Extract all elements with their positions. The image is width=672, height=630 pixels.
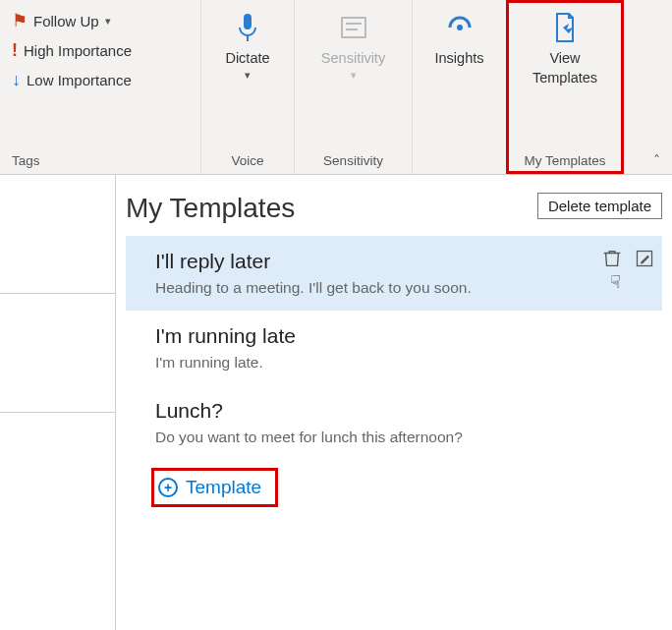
template-item[interactable]: I'll reply later Heading to a meeting. I… <box>126 236 662 311</box>
divider <box>0 412 115 413</box>
ribbon-group-tags: ⚑ Follow Up ▾ ! High Importance ↓ Low Im… <box>0 0 201 174</box>
ribbon-group-voice: Dictate ▾ Voice <box>201 0 295 174</box>
trash-icon <box>601 248 623 269</box>
add-template-label: Template <box>186 477 261 498</box>
template-item[interactable]: I'm running late I'm running late. <box>126 311 662 385</box>
template-item-body: Heading to a meeting. I'll get back to y… <box>155 279 643 297</box>
edit-item-button[interactable] <box>635 249 654 272</box>
ribbon-group-sensitivity: Sensitivity ▾ Sensitivity <box>295 0 413 174</box>
low-importance-icon: ↓ <box>12 70 21 90</box>
template-item-title: I'll reply later <box>155 250 643 273</box>
ribbon: ⚑ Follow Up ▾ ! High Importance ↓ Low Im… <box>0 0 672 175</box>
chevron-down-icon: ▾ <box>245 69 251 83</box>
insights-icon <box>444 12 476 43</box>
collapse-ribbon-button[interactable]: ˄ <box>646 150 666 170</box>
low-importance-label: Low Importance <box>27 72 132 88</box>
svg-rect-0 <box>244 14 252 29</box>
group-label-voice: Voice <box>201 148 294 174</box>
chevron-down-icon: ▾ <box>105 15 111 28</box>
insights-button[interactable]: Insights <box>413 6 506 67</box>
svg-rect-2 <box>342 18 365 37</box>
cursor-icon: ☟ <box>610 271 621 293</box>
chevron-up-icon: ˄ <box>653 152 660 168</box>
view-templates-button[interactable]: View Templates <box>506 6 624 86</box>
sensitivity-label: Sensitivity <box>321 49 385 67</box>
templates-pane: My Templates Delete template I'll reply … <box>116 175 672 630</box>
template-item-body: Do you want to meet for lunch this after… <box>155 429 643 446</box>
body-area: My Templates Delete template I'll reply … <box>0 175 672 630</box>
high-importance-label: High Importance <box>24 42 132 59</box>
template-item-title: I'm running late <box>155 324 643 348</box>
edit-icon <box>635 249 654 268</box>
plus-icon: + <box>158 478 178 497</box>
follow-up-label: Follow Up <box>33 13 99 29</box>
group-label-tags: Tags <box>12 148 200 174</box>
high-importance-icon: ! <box>12 40 18 61</box>
insights-label: Insights <box>435 49 484 67</box>
left-rail <box>0 175 116 630</box>
svg-point-5 <box>457 25 463 30</box>
low-importance-button[interactable]: ↓ Low Importance <box>12 65 200 94</box>
template-item[interactable]: Lunch? Do you want to meet for lunch thi… <box>126 385 662 460</box>
sensitivity-icon <box>338 12 369 43</box>
template-item-body: I'm running late. <box>155 354 643 372</box>
delete-item-button[interactable] <box>601 248 623 273</box>
microphone-icon <box>232 12 263 43</box>
dictate-label: Dictate <box>225 49 269 67</box>
group-label-blank <box>413 148 506 174</box>
view-templates-icon <box>549 12 581 43</box>
ribbon-group-insights: Insights <box>413 0 506 174</box>
flag-icon: ⚑ <box>12 10 28 31</box>
delete-template-button[interactable]: Delete template <box>537 193 662 219</box>
template-item-title: Lunch? <box>155 399 643 423</box>
group-label-sensitivity: Sensitivity <box>295 148 412 174</box>
view-templates-label-1: View <box>549 49 580 67</box>
high-importance-button[interactable]: ! High Importance <box>12 35 200 65</box>
chevron-down-icon: ▾ <box>351 69 357 83</box>
view-templates-label-2: Templates <box>532 69 597 86</box>
dictate-button[interactable]: Dictate ▾ <box>201 6 294 83</box>
group-label-templates: My Templates <box>506 148 624 174</box>
follow-up-button[interactable]: ⚑ Follow Up ▾ <box>12 6 200 35</box>
ribbon-group-templates: View Templates My Templates <box>506 0 624 174</box>
sensitivity-button: Sensitivity ▾ <box>295 6 412 83</box>
add-template-button[interactable]: + Template <box>151 468 278 507</box>
